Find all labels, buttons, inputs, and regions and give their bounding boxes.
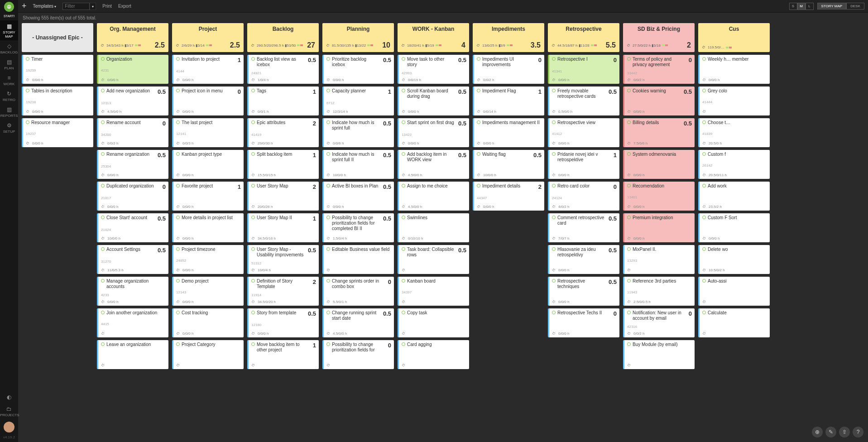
rail-item-reports[interactable]: ▥REPORTS xyxy=(0,104,18,120)
rail-item-backlog[interactable]: ◇BACKLOG xyxy=(0,40,18,56)
story-card[interactable]: Tags10/0/1 h xyxy=(247,86,319,115)
story-card[interactable]: The last project121410/0/3 h xyxy=(172,118,244,147)
story-card[interactable]: Organization42310/0/0 h xyxy=(97,55,168,84)
story-card[interactable]: Invitation to project141440/0/0 h xyxy=(172,55,244,84)
story-card[interactable]: Grey colo41444 xyxy=(698,86,770,115)
column-header[interactable]: Project2/6/29 h ▮3/14 2.5 xyxy=(172,23,244,52)
story-card[interactable]: Story from template0.5121800/0/0 h xyxy=(247,308,319,337)
rail-item-plan[interactable]: ▤PLAN xyxy=(0,56,18,72)
story-card[interactable]: Leave an organization xyxy=(97,340,168,369)
story-card[interactable]: Impediments management II0/0/0 h xyxy=(473,118,544,147)
story-card[interactable]: Notification: New user in account by ema… xyxy=(623,308,695,337)
print-button[interactable]: Print xyxy=(102,4,112,9)
rail-item-story-map[interactable]: ▦STORY MAP xyxy=(0,20,18,40)
story-card[interactable]: Terms of policy and privacy agreement033… xyxy=(623,55,695,84)
story-card[interactable]: Retrospective view414120/0/0 h xyxy=(548,118,619,147)
story-card[interactable]: Join another organization4415 xyxy=(97,308,168,337)
column-header[interactable]: Cus119.5/0/… xyxy=(698,23,770,52)
story-card[interactable]: Kanban board34397 xyxy=(398,277,469,306)
story-card[interactable]: Copy task xyxy=(398,308,469,337)
story-card[interactable]: Auto-assi xyxy=(698,277,770,306)
rail-item-work[interactable]: ≡WORK xyxy=(0,72,18,88)
add-button[interactable]: + xyxy=(22,1,27,11)
story-card[interactable]: Backlog list view as icebox0.5249211/0/4… xyxy=(247,55,319,84)
templates-dropdown[interactable]: Templates xyxy=(33,4,57,9)
story-card[interactable]: Project timezone248520/0/0 h xyxy=(172,245,244,274)
story-card[interactable]: Project icon in menu00/0/0 h xyxy=(172,86,244,115)
story-card[interactable]: Resource manager192370/0/0 h xyxy=(22,118,93,147)
size-s[interactable]: S xyxy=(789,3,797,10)
story-card[interactable]: Change running sprint start date0.54.5/0… xyxy=(322,308,394,337)
story-card[interactable]: User Story Map220/0/26 h xyxy=(247,182,319,211)
story-card[interactable]: Scroll Kanban board during drag0.50/0/0 … xyxy=(398,86,469,115)
story-card[interactable]: Retrospective Techs II00/0/0 h xyxy=(548,308,619,337)
story-card[interactable]: Definition of Story Template21191434.5/0… xyxy=(247,277,319,306)
story-card[interactable]: Choose t…4183920.5/0 h xyxy=(698,118,770,147)
story-card[interactable]: Impediment details2443470/0/0 h xyxy=(473,182,544,211)
story-card[interactable]: Assign to me choice4.5/0/0 h xyxy=(398,182,469,211)
story-card[interactable]: Start sprint on first drag0.5134220/0/0 … xyxy=(398,118,469,147)
story-card[interactable]: Reference 3rd parties119432.5/0/0.5 h xyxy=(623,277,695,306)
story-card[interactable]: Indicate how much is sprint full II0.510… xyxy=(322,150,394,179)
story-card[interactable]: Waiting flag0.510/0/0 h xyxy=(473,150,544,179)
story-card[interactable]: Cookies warning0.50/0/0 h xyxy=(623,86,695,115)
story-card[interactable]: Weekly h… member0/0/0 h xyxy=(698,55,770,84)
story-card[interactable]: Favorite project10/0/0 h xyxy=(172,182,244,211)
story-card[interactable]: Tables in description192380/0/0 h xyxy=(22,86,93,115)
story-card[interactable]: Add work23.5/2 h xyxy=(698,182,770,211)
story-card[interactable]: Hlasovanie za ideu retrospektivy0.50/0/0… xyxy=(548,245,619,274)
story-card[interactable]: Indicate how much is sprint full0.50/0/6… xyxy=(322,118,394,147)
story-card[interactable]: Epic attributes24141929/0/30 h xyxy=(247,118,319,147)
column-header[interactable]: Backlog260.5/20/296.5 h ▮53/50 27 xyxy=(247,23,319,52)
column-header[interactable]: - Unassigned Epic - xyxy=(22,23,93,52)
story-card[interactable]: User Story Map - Usability improvements0… xyxy=(247,245,319,274)
column-header[interactable]: Org. Management34/3/343 h ▮3/17 2.5 xyxy=(97,23,168,52)
column-header[interactable]: Planning81.5/30/135 h ▮13/22 10 xyxy=(322,23,394,52)
column-header[interactable]: Retrospective44.5/18/87 h ▮11/28 5.5 xyxy=(548,23,619,52)
story-card[interactable]: Retrospective techniques0.50/0/0 h xyxy=(548,277,619,306)
story-card[interactable]: Move backlog item to other project1 xyxy=(247,340,319,369)
export-button[interactable]: Export xyxy=(118,4,131,9)
story-card[interactable]: User Story Map II134.5/0/16 h xyxy=(247,213,319,242)
story-card[interactable]: Freely movable retrospective cards0.50.5… xyxy=(548,86,619,115)
story-card[interactable]: Add new organization0.5123134.5/0/0 h xyxy=(97,86,168,115)
rail-item-retro[interactable]: ↻RETRO xyxy=(0,88,18,104)
story-card[interactable]: Delete wo10.5/0/2 h xyxy=(698,245,770,274)
story-card[interactable]: Impediments UI improvements00/0/2 h xyxy=(473,55,544,84)
story-card[interactable]: Rename organization0.5253040/0/0 h xyxy=(97,150,168,179)
story-card[interactable]: Buy Module (by email) xyxy=(623,340,695,369)
fab-1[interactable]: ⊕ xyxy=(812,427,823,437)
app-logo[interactable]: ⦿ xyxy=(0,0,18,14)
fab-help[interactable]: ? xyxy=(853,427,863,437)
view-desk[interactable]: DESK xyxy=(846,3,864,10)
story-card[interactable]: MixPanel II.13293 xyxy=(623,245,695,274)
story-card[interactable]: Add backlog item in WORK view0.54.5/0/0 … xyxy=(398,150,469,179)
story-card[interactable]: Custom f2614220.5/0/11 h xyxy=(698,150,770,179)
story-card[interactable]: Capacity planner1671212/3/14 h xyxy=(322,86,394,115)
story-card[interactable]: Rename account0342000/0/2 h xyxy=(97,118,168,147)
story-card[interactable]: Custom F Sort0/0/0 h xyxy=(698,213,770,242)
story-card[interactable]: Recomendation134010/0/0 h xyxy=(623,182,695,211)
story-card[interactable]: Impediment Flag10/0/14 h xyxy=(473,86,544,115)
size-l[interactable]: L xyxy=(806,3,814,10)
story-card[interactable]: Kanban project type0/0/0 h xyxy=(172,150,244,179)
collapse-rail[interactable]: ◐ xyxy=(0,391,18,403)
story-card[interactable]: Move task to other story0.5429930/0/19 h xyxy=(398,55,469,84)
filter-dropdown[interactable]: ▾ xyxy=(90,3,96,10)
user-avatar[interactable] xyxy=(4,422,14,432)
story-card[interactable]: More details in project list0/0/0 h xyxy=(172,213,244,242)
story-card[interactable]: Comment retrospective card0.57/0/7 h xyxy=(548,213,619,242)
fab-3[interactable]: ⇧ xyxy=(839,427,850,437)
story-card[interactable]: Prioritize backlog icebox0.50/0/0 h xyxy=(322,55,394,84)
story-card[interactable]: Premium integration0/0/0 h xyxy=(623,213,695,242)
view-story-map[interactable]: STORY MAP xyxy=(817,3,847,10)
story-card[interactable]: Task board: Collapsible rows0.5 xyxy=(398,245,469,274)
story-card[interactable]: Calculate xyxy=(698,308,770,337)
story-card[interactable]: Possibility to change prioritization fie… xyxy=(322,340,394,369)
rail-item-setup[interactable]: ⚙SETUP xyxy=(0,120,18,135)
story-card[interactable]: Cost tracking0/0/0 h xyxy=(172,308,244,337)
story-card[interactable]: Possibility to change prioritization fie… xyxy=(322,213,394,242)
column-header[interactable]: WORK - Kanban18/20/41 h ▮5/19 4 xyxy=(398,23,469,52)
story-card[interactable]: System odmenovania0/0/0 h xyxy=(623,150,695,179)
story-card[interactable]: Swimlines0/10/10 h xyxy=(398,213,469,242)
